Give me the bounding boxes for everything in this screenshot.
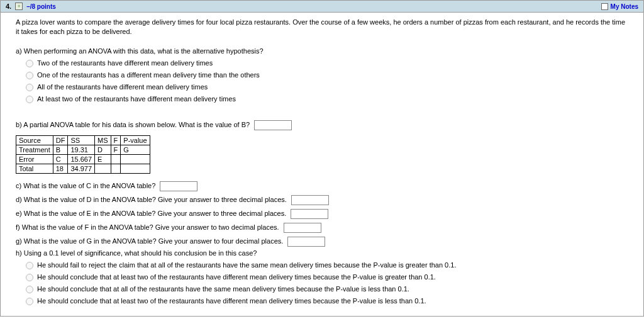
radio-icon[interactable] [26,60,33,67]
radio-icon[interactable] [26,72,33,79]
part-a-option[interactable]: Two of the restaurants have different me… [16,57,628,69]
part-d: d) What is the value of D in the ANOVA t… [16,195,628,205]
td [111,164,121,173]
answer-input-d[interactable] [291,195,329,205]
radio-icon[interactable] [26,96,33,103]
td: G [121,145,150,154]
part-g-prompt: g) What is the value of G in the ANOVA t… [16,237,283,245]
part-f-prompt: f) What is the value of F in the ANOVA t… [16,223,279,231]
part-b-prompt: b) A partial ANOVA table for his data is… [16,121,250,128]
part-e-prompt: e) What is the value of E in the ANOVA t… [16,210,286,217]
th: MS [95,135,111,145]
radio-icon[interactable] [26,286,33,293]
part-h-option[interactable]: He should conclude that at all of the re… [16,283,628,295]
td: 19.31 [68,145,95,154]
radio-icon[interactable] [26,274,33,281]
td: B [53,145,68,154]
part-a-option[interactable]: One of the restaurants has a different m… [16,69,628,81]
part-f: f) What is the value of F in the ANOVA t… [16,223,628,233]
points-label: –/8 points [26,3,56,10]
radio-icon[interactable] [26,84,33,91]
part-h-option[interactable]: He should fail to reject the claim that … [16,259,628,271]
td: 15.667 [68,154,95,164]
td: D [95,145,111,154]
answer-input-f[interactable] [284,223,321,233]
part-c-prompt: c) What is the value of C in the ANOVA t… [16,182,155,189]
answer-input-g[interactable] [287,237,325,247]
option-label: He should fail to reject the claim that … [37,261,456,269]
part-a: a) When performing an ANOVA with this da… [16,47,628,105]
question-header: 4. + –/8 points My Notes [0,0,644,13]
part-a-option[interactable]: At least two of the restaurants have dif… [16,93,628,105]
td: 34.977 [68,164,95,173]
part-a-prompt: a) When performing an ANOVA with this da… [16,47,628,55]
anova-table: Source DF SS MS F P-value Treatment B 19… [16,135,150,174]
th: DF [53,135,68,145]
answer-input-c[interactable] [160,181,197,191]
part-d-prompt: d) What is the value of D in the ANOVA t… [16,196,287,203]
my-notes-link[interactable]: My Notes [611,3,638,10]
th: SS [68,135,95,145]
intro-text: A pizza lover wants to compare the avera… [16,18,628,37]
td: Treatment [16,145,53,154]
radio-icon[interactable] [26,262,33,269]
th: F [111,135,121,145]
td: 18 [53,164,68,173]
th: Source [16,135,53,145]
td [111,154,121,164]
td: Total [16,164,53,173]
header-left: 4. + –/8 points [6,3,56,10]
question-content: A pizza lover wants to compare the avera… [0,13,644,317]
th: P-value [121,135,150,145]
part-h-option[interactable]: He should conclude that at least two of … [16,271,628,283]
td: C [53,154,68,164]
radio-icon[interactable] [26,298,33,305]
part-h-prompt: h) Using a 0.1 level of significance, wh… [16,249,628,257]
notes-checkbox[interactable] [601,3,608,10]
expand-icon[interactable]: + [15,3,23,10]
td: F [111,145,121,154]
option-label: At least two of the restaurants have dif… [37,95,236,103]
option-label: Two of the restaurants have different me… [37,59,213,67]
question-number: 4. [6,3,11,10]
part-b: b) A partial ANOVA table for his data is… [16,120,628,174]
td: Error [16,154,53,164]
td: E [95,154,111,164]
answer-input-e[interactable] [291,209,328,219]
td [95,164,111,173]
part-g: g) What is the value of G in the ANOVA t… [16,237,628,247]
answer-input-b[interactable] [254,120,292,130]
option-label: One of the restaurants has a different m… [37,71,260,79]
option-label: He should conclude that at least two of … [37,297,426,305]
part-h: h) Using a 0.1 level of significance, wh… [16,249,628,307]
header-right: My Notes [601,3,638,10]
part-e: e) What is the value of E in the ANOVA t… [16,209,628,219]
td [121,154,150,164]
option-label: He should conclude that at all of the re… [37,285,409,293]
option-label: He should conclude that at least two of … [37,273,436,281]
part-h-option[interactable]: He should conclude that at least two of … [16,295,628,307]
option-label: All of the restaurants have different me… [37,83,208,91]
part-a-option[interactable]: All of the restaurants have different me… [16,81,628,93]
part-c: c) What is the value of C in the ANOVA t… [16,181,628,191]
td [121,164,150,173]
